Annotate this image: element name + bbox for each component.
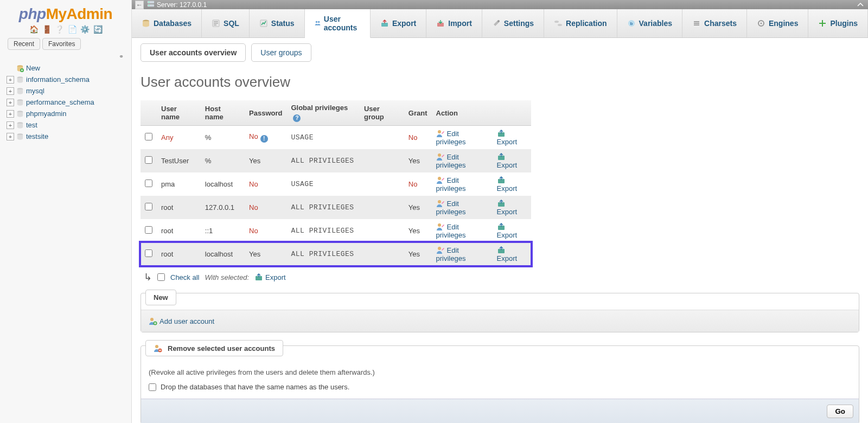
breadcrumb-server-host[interactable]: 127.0.0.1 (180, 1, 207, 9)
home-icon[interactable]: 🏠 (29, 25, 38, 34)
logo-php: php (19, 5, 46, 22)
drop-db-checkbox[interactable] (149, 383, 156, 391)
drop-db-option[interactable]: Drop the databases that have the same na… (149, 383, 851, 391)
svg-point-26 (438, 130, 441, 133)
tab-variables[interactable]: bVariables (617, 9, 683, 37)
cell-export[interactable]: Export (493, 219, 531, 242)
sql-icon[interactable]: 📄 (68, 25, 76, 34)
cell-password: No (245, 196, 286, 219)
help-icon[interactable]: ? (293, 114, 301, 122)
expand-icon[interactable]: + (7, 76, 14, 84)
col-user[interactable]: User name (157, 100, 201, 126)
cell-group (360, 149, 404, 172)
docs-icon[interactable]: ❔ (55, 25, 63, 34)
svg-point-25 (760, 23, 762, 24)
row-checkbox[interactable] (145, 249, 152, 257)
row-checkbox[interactable] (145, 203, 152, 210)
cell-export[interactable]: Export (493, 172, 531, 196)
tab-user-accounts[interactable]: User accounts (305, 9, 371, 38)
col-grant[interactable]: Grant (404, 100, 432, 126)
tree-new[interactable]: + New (7, 62, 128, 74)
col-group[interactable]: User group (360, 100, 404, 126)
cell-export[interactable]: Export (493, 126, 531, 150)
cell-group (360, 126, 404, 150)
cell-edit[interactable]: Edit privileges (432, 126, 493, 150)
logo-admin: Admin (67, 5, 113, 22)
col-password[interactable]: Password (245, 100, 286, 126)
logo[interactable]: phpMyAdmin (3, 2, 128, 24)
tab-replication[interactable]: Replication (544, 9, 617, 37)
new-db-icon (16, 65, 24, 72)
logo-my: My (46, 5, 67, 22)
export-icon (497, 176, 506, 184)
cell-host: localhost (201, 242, 245, 266)
checkall-bar: ↳ Check all With selected: Export (144, 271, 859, 283)
cell-user: pma (157, 172, 201, 196)
tab-databases[interactable]: Databases (132, 9, 202, 37)
tab-settings[interactable]: Settings (482, 9, 544, 37)
svg-rect-17 (381, 23, 388, 27)
database-icon (16, 87, 24, 95)
cell-edit[interactable]: Edit privileges (432, 219, 493, 242)
checkall-checkbox[interactable] (157, 273, 165, 281)
tree-db-test[interactable]: +test (7, 119, 128, 131)
row-checkbox[interactable] (145, 180, 152, 187)
expand-icon[interactable]: + (7, 87, 14, 95)
subtab-overview[interactable]: User accounts overview (141, 43, 246, 62)
tab-plugins[interactable]: Plugins (808, 9, 868, 37)
cell-edit[interactable]: Edit privileges (432, 242, 493, 266)
recent-button[interactable]: Recent (8, 38, 40, 50)
cell-edit[interactable]: Edit privileges (432, 149, 493, 172)
remove-box: Remove selected user accounts (Revoke al… (141, 345, 859, 423)
row-checkbox[interactable] (145, 226, 152, 234)
favorites-button[interactable]: Favorites (42, 38, 81, 50)
checkall-label[interactable]: Check all (170, 273, 199, 281)
cell-export[interactable]: Export (493, 196, 531, 219)
add-user-link[interactable]: Add user account (149, 317, 214, 325)
svg-point-36 (438, 247, 441, 250)
expand-icon[interactable]: + (7, 133, 14, 140)
tab-status[interactable]: Status (250, 9, 305, 37)
cell-edit[interactable]: Edit privileges (432, 172, 493, 196)
tab-charsets[interactable]: Charsets (682, 9, 747, 37)
tree-db-performance_schema[interactable]: +performance_schema (7, 97, 128, 108)
tab-import[interactable]: Import (426, 9, 482, 37)
tree-db-information_schema[interactable]: +information_schema (7, 74, 128, 85)
col-global[interactable]: Global privileges? (286, 100, 360, 126)
remove-note: (Revoke all active privileges from the u… (149, 368, 851, 376)
tab-sql[interactable]: SQL (202, 9, 250, 37)
tree-db-testsite[interactable]: +testsite (7, 131, 128, 142)
subtab-groups[interactable]: User groups (251, 43, 311, 62)
sidebar: phpMyAdmin 🏠 🚪 ❔ 📄 ⚙️ 🔄 Recent Favorites… (0, 0, 132, 423)
user-accounts-icon (315, 19, 321, 28)
expand-icon[interactable]: + (7, 121, 14, 129)
settings-icon[interactable]: ⚙️ (80, 25, 89, 34)
tree-db-mysql[interactable]: +mysql (7, 85, 128, 97)
tab-export[interactable]: Export (371, 9, 426, 37)
row-checkbox[interactable] (145, 133, 152, 140)
tree-db-phpmyadmin[interactable]: +phpmyadmin (7, 108, 128, 119)
with-selected-export[interactable]: Export (254, 273, 286, 281)
col-host[interactable]: Host name (201, 100, 245, 126)
back-icon[interactable]: ← (135, 1, 144, 9)
tab-engines[interactable]: Engines (747, 9, 808, 37)
collapse-icon[interactable] (856, 1, 865, 9)
go-button[interactable]: Go (827, 405, 853, 418)
cell-export[interactable]: Export (493, 149, 531, 172)
db-label: mysql (26, 87, 44, 95)
reload-icon[interactable]: 🔄 (93, 25, 102, 34)
cell-edit[interactable]: Edit privileges (432, 196, 493, 219)
cell-group (360, 172, 404, 196)
db-label: test (26, 121, 37, 129)
cell-export[interactable]: Export (493, 242, 531, 266)
expand-icon[interactable]: + (7, 110, 14, 118)
export-icon (497, 246, 506, 254)
panel-unlink-icon[interactable]: ⚭ (3, 53, 124, 60)
svg-point-30 (438, 177, 441, 180)
password-warn-icon[interactable]: ! (260, 135, 268, 143)
user-row: root127.0.0.1NoALL PRIVILEGESYesEdit pri… (141, 196, 531, 219)
row-checkbox[interactable] (145, 156, 152, 164)
remove-user-icon (154, 344, 162, 352)
expand-icon[interactable]: + (7, 99, 14, 106)
logout-icon[interactable]: 🚪 (42, 25, 51, 34)
